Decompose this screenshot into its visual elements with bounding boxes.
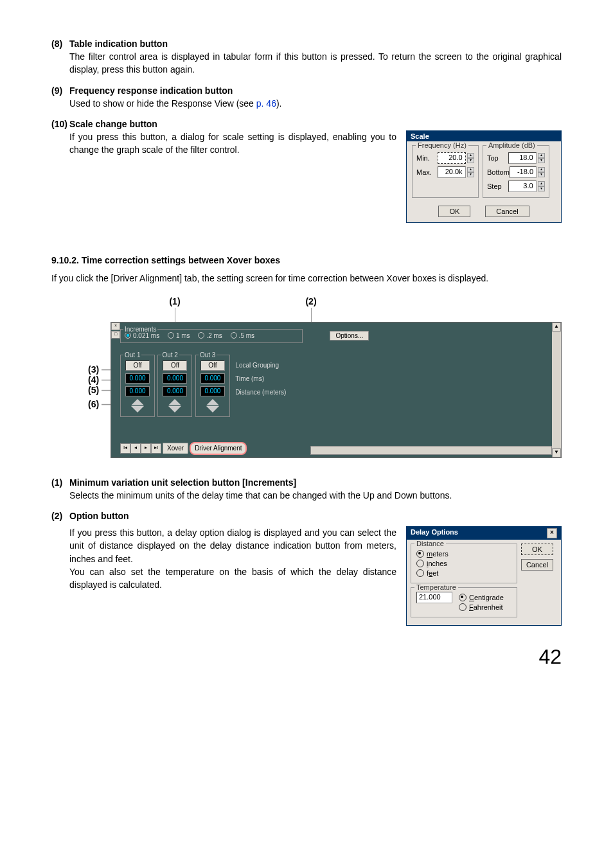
top-label: Top — [487, 154, 508, 162]
callout-4: (4) — [88, 375, 99, 385]
restore-icon[interactable]: □ — [111, 331, 120, 339]
out1-localgroup[interactable]: Off — [125, 360, 150, 371]
step-input[interactable]: 3.0 — [508, 181, 536, 192]
tab-nav-prev[interactable]: ◂ — [130, 443, 141, 454]
out1-up[interactable] — [131, 399, 144, 405]
num-8: (8) — [51, 39, 69, 49]
scale-dialog: Scale Frequency (Hz) Min.20.0▴▾ Max.20.0… — [406, 130, 562, 223]
min-spinner[interactable]: ▴▾ — [467, 153, 474, 163]
tab-nav-first[interactable]: І◂ — [120, 443, 130, 454]
body-9: Used to show or hide the Response View (… — [69, 97, 562, 110]
sheet-tabs: І◂ ◂ ▸ ▸І Xover Driver Alignment — [120, 442, 247, 455]
out3-time[interactable]: 0.000 — [200, 373, 225, 384]
callout-1: (1) — [169, 296, 180, 306]
num-2b: (2) — [51, 511, 69, 521]
tab-nav-next[interactable]: ▸ — [141, 443, 151, 454]
num-1b: (1) — [51, 477, 69, 488]
delay-ok-button[interactable]: OK — [521, 544, 553, 555]
bottom-label: Bottom — [487, 168, 510, 176]
increments-legend: Increments — [123, 326, 157, 333]
out3-legend: Out 3 — [199, 351, 217, 359]
tab-nav-last[interactable]: ▸І — [151, 443, 161, 454]
callout-2: (2) — [305, 296, 316, 306]
delay-options-dialog: Delay Options × Distance mmeterseters in… — [406, 526, 562, 626]
out2-time[interactable]: 0.000 — [163, 373, 187, 384]
top-input[interactable]: 18.0 — [508, 152, 536, 164]
horizontal-scrollbar[interactable] — [310, 446, 552, 455]
body-1b: Selects the minimum units of the delay t… — [69, 489, 562, 502]
title-8: Table indication button — [69, 39, 168, 49]
out2-up[interactable] — [168, 399, 181, 405]
options-button[interactable]: Options... — [330, 331, 369, 341]
out2-localgroup[interactable]: Off — [163, 360, 187, 371]
max-label: Max. — [416, 168, 438, 176]
section-heading: 9.10.2. Time correction settings between… — [51, 255, 562, 265]
out3-dist[interactable]: 0.000 — [200, 386, 225, 396]
num-10: (10) — [51, 119, 69, 129]
amp-legend: Amplitude (dB) — [486, 141, 537, 149]
delay-cancel-button[interactable]: Cancel — [521, 559, 553, 571]
vertical-scrollbar[interactable]: ▲ ▼ — [552, 323, 561, 457]
temperature-input[interactable]: 21.000 — [416, 592, 452, 603]
radio-feet[interactable]: feet — [416, 569, 511, 577]
step-spinner[interactable]: ▴▾ — [538, 181, 545, 191]
scale-title: Scale — [407, 131, 561, 141]
close-icon[interactable]: × — [111, 323, 120, 330]
callout-5: (5) — [88, 385, 99, 395]
link-p46[interactable]: p. 46 — [256, 98, 276, 109]
out3-localgroup[interactable]: Off — [200, 360, 225, 371]
radio-meters[interactable]: mmeterseters — [416, 550, 511, 558]
inc-0021[interactable]: 0.021 ms — [125, 332, 159, 339]
inc-2[interactable]: .2 ms — [198, 332, 222, 339]
temperature-legend: Temperature — [414, 583, 458, 591]
driver-alignment-screenshot: × □ ▲ ▼ Increments 0.021 ms 1 ms .2 ms .… — [111, 322, 562, 458]
title-1b: Minimum variation unit selection button … — [69, 477, 296, 488]
out3-down[interactable] — [206, 406, 219, 412]
out1-down[interactable] — [131, 406, 144, 412]
time-label: Time (ms) — [235, 374, 264, 384]
out1-dist[interactable]: 0.000 — [125, 386, 150, 396]
body-8: The filter control area is displayed in … — [69, 50, 562, 76]
num-9: (9) — [51, 85, 69, 96]
max-spinner[interactable]: ▴▾ — [467, 167, 474, 177]
title-9: Frequency response indication button — [69, 85, 233, 96]
inc-5[interactable]: .5 ms — [231, 332, 254, 339]
out3-up[interactable] — [206, 399, 219, 405]
distance-label: Distance (meters) — [235, 387, 286, 398]
inc-1[interactable]: 1 ms — [168, 332, 190, 339]
bottom-spinner[interactable]: ▴▾ — [538, 167, 545, 177]
out2-dist[interactable]: 0.000 — [163, 386, 187, 396]
title-2b: Option button — [69, 511, 129, 521]
radio-centigrade[interactable]: Centigrade — [459, 594, 504, 601]
page-number: 42 — [51, 645, 562, 669]
step-label: Step — [487, 182, 508, 190]
local-grouping-label: Local Grouping — [235, 360, 279, 371]
out2-legend: Out 2 — [161, 351, 179, 359]
delay-title: Delay Options — [411, 528, 458, 538]
radio-inches[interactable]: inches — [416, 560, 511, 567]
scale-ok-button[interactable]: OK — [438, 206, 470, 217]
freq-legend: Frequency (Hz) — [416, 141, 468, 149]
scale-cancel-button[interactable]: Cancel — [485, 206, 529, 217]
tab-driver-alignment[interactable]: Driver Alignment — [190, 442, 247, 455]
delay-close-button[interactable]: × — [547, 528, 557, 538]
body-10: If you press this button, a dialog for s… — [69, 130, 406, 157]
body-2b: If you press this button, a delay option… — [69, 526, 406, 591]
callout-6: (6) — [88, 399, 99, 409]
out2-down[interactable] — [168, 406, 181, 412]
out1-time[interactable]: 0.000 — [125, 373, 150, 384]
max-input[interactable]: 20.0k — [438, 166, 465, 178]
title-10: Scale change button — [69, 119, 157, 129]
callout-3: (3) — [88, 364, 99, 375]
min-label: Min. — [416, 154, 438, 162]
out1-legend: Out 1 — [123, 351, 141, 359]
min-input[interactable]: 20.0 — [438, 152, 465, 164]
bottom-input[interactable]: -18.0 — [510, 166, 537, 178]
radio-fahrenheit[interactable]: Fahrenheit — [459, 603, 504, 611]
tab-xover[interactable]: Xover — [163, 443, 188, 454]
distance-legend: Distance — [414, 540, 446, 547]
top-spinner[interactable]: ▴▾ — [538, 153, 545, 163]
section-body: If you click the [Driver Alignment] tab,… — [51, 273, 562, 283]
